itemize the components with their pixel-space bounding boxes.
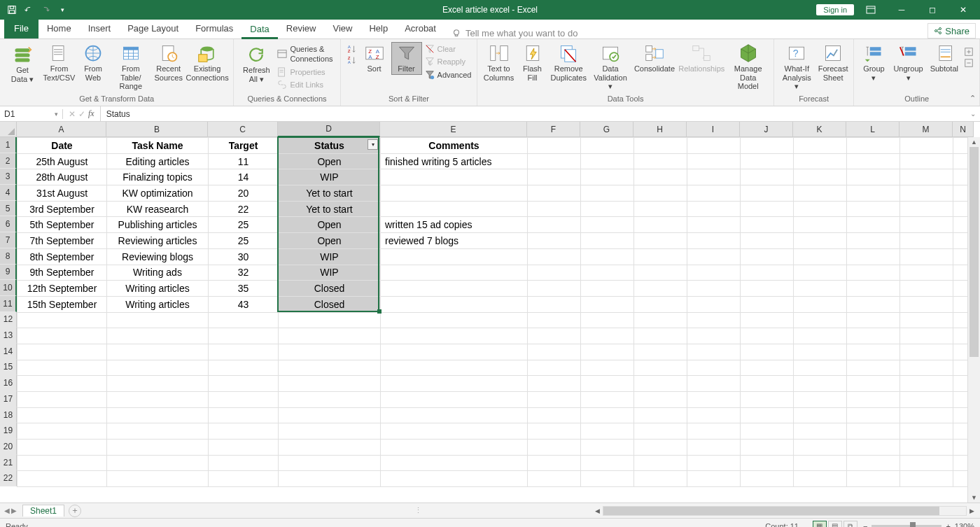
cell-G12[interactable] bbox=[581, 312, 634, 328]
row-header-11[interactable]: 11 bbox=[0, 296, 17, 312]
cell-D9[interactable]: WIP bbox=[279, 265, 381, 281]
cell-H18[interactable] bbox=[634, 407, 687, 423]
cell-D7[interactable]: Open bbox=[279, 233, 381, 249]
cell-K13[interactable] bbox=[794, 328, 847, 344]
cell-B11[interactable]: Writing articles bbox=[107, 296, 209, 312]
cell-K20[interactable] bbox=[794, 440, 847, 456]
cell-L11[interactable] bbox=[847, 296, 900, 312]
cell-C9[interactable]: 32 bbox=[209, 265, 279, 281]
cell-E2[interactable]: finished writing 5 articles bbox=[381, 153, 528, 169]
cell-J15[interactable] bbox=[741, 360, 794, 376]
tab-formulas[interactable]: Formulas bbox=[187, 19, 241, 38]
cell-F21[interactable] bbox=[528, 455, 581, 471]
cell-J13[interactable] bbox=[741, 328, 794, 344]
cell-G17[interactable] bbox=[581, 392, 634, 408]
cell-M4[interactable] bbox=[900, 185, 953, 202]
cell-C17[interactable] bbox=[209, 392, 279, 408]
row-header-1[interactable]: 1 bbox=[0, 137, 17, 153]
horizontal-scroll-thumb[interactable] bbox=[603, 507, 939, 515]
close-icon[interactable]: ✕ bbox=[949, 0, 977, 20]
cell-I18[interactable] bbox=[687, 407, 741, 423]
new-sheet-button[interactable]: ＋ bbox=[69, 505, 81, 517]
cell-H21[interactable] bbox=[634, 455, 687, 471]
row-header-13[interactable]: 13 bbox=[0, 328, 17, 344]
cell-I20[interactable] bbox=[687, 440, 741, 456]
cell-H10[interactable] bbox=[634, 281, 687, 297]
cell-H1[interactable] bbox=[634, 138, 687, 154]
column-header-D[interactable]: D bbox=[278, 122, 380, 137]
cell-J22[interactable] bbox=[741, 471, 794, 487]
cell-F12[interactable] bbox=[528, 312, 581, 328]
refresh-all-button[interactable]: Refresh All ▾ bbox=[238, 42, 274, 85]
zoom-slider-knob[interactable] bbox=[910, 522, 916, 528]
sort-desc-button[interactable]: ZA bbox=[345, 55, 358, 66]
row-header-17[interactable]: 17 bbox=[0, 391, 17, 407]
cell-I22[interactable] bbox=[687, 471, 741, 487]
ribbon-display-icon[interactable] bbox=[857, 0, 885, 20]
cell-B12[interactable] bbox=[107, 312, 209, 328]
cell-B10[interactable]: Writing articles bbox=[107, 281, 209, 297]
cell-K8[interactable] bbox=[794, 248, 847, 265]
cell-E3[interactable] bbox=[381, 169, 528, 185]
cell-G6[interactable] bbox=[581, 217, 634, 233]
cell-G1[interactable] bbox=[581, 138, 634, 154]
cell-M15[interactable] bbox=[900, 360, 953, 376]
cell-B16[interactable] bbox=[107, 376, 209, 392]
cell-C6[interactable]: 25 bbox=[209, 217, 279, 233]
cell-K14[interactable] bbox=[794, 344, 847, 360]
cell-D21[interactable] bbox=[279, 455, 381, 471]
consolidate-button[interactable]: Consolidate bbox=[633, 42, 676, 75]
tab-insert[interactable]: Insert bbox=[80, 19, 120, 38]
filter-button[interactable]: Filter bbox=[391, 42, 422, 75]
ungroup-button[interactable]: Ungroup ▾ bbox=[890, 42, 925, 83]
cell-B20[interactable] bbox=[107, 440, 209, 456]
cell-A2[interactable]: 25th August bbox=[18, 153, 107, 169]
cell-M14[interactable] bbox=[900, 344, 953, 360]
cell-A19[interactable] bbox=[18, 423, 107, 440]
cell-E15[interactable] bbox=[381, 360, 528, 376]
cell-F8[interactable] bbox=[528, 248, 581, 265]
cell-A11[interactable]: 15th September bbox=[18, 296, 107, 312]
cell-F5[interactable] bbox=[528, 201, 581, 217]
cell-C15[interactable] bbox=[209, 360, 279, 376]
cell-A10[interactable]: 12th September bbox=[18, 281, 107, 297]
cell-L4[interactable] bbox=[847, 185, 900, 202]
cell-M9[interactable] bbox=[900, 265, 953, 281]
cell-H20[interactable] bbox=[634, 440, 687, 456]
manage-data-model-button[interactable]: Manage Data Model bbox=[727, 42, 769, 92]
tell-me-search[interactable]: Tell me what you want to do bbox=[451, 28, 578, 38]
zoom-control[interactable]: − + 130% bbox=[863, 522, 974, 528]
row-header-16[interactable]: 16 bbox=[0, 375, 17, 391]
cell-L21[interactable] bbox=[847, 455, 900, 471]
cell-K17[interactable] bbox=[794, 392, 847, 408]
cell-C20[interactable] bbox=[209, 440, 279, 456]
cell-M12[interactable] bbox=[900, 312, 953, 328]
row-header-5[interactable]: 5 bbox=[0, 201, 17, 217]
cell-E17[interactable] bbox=[381, 392, 528, 408]
get-data-button[interactable]: Get Data ▾ bbox=[4, 42, 41, 85]
cell-E4[interactable] bbox=[381, 185, 528, 202]
sort-asc-button[interactable]: AZ bbox=[345, 43, 358, 55]
cell-F16[interactable] bbox=[528, 376, 581, 392]
cell-D2[interactable]: Open bbox=[279, 153, 381, 169]
cell-J5[interactable] bbox=[741, 201, 794, 217]
sheet-tab[interactable]: Sheet1 bbox=[22, 505, 64, 517]
cell-K1[interactable] bbox=[794, 138, 847, 154]
subtotal-button[interactable]: Subtotal bbox=[927, 42, 961, 75]
cell-F13[interactable] bbox=[528, 328, 581, 344]
cell-B9[interactable]: Writing ads bbox=[107, 265, 209, 281]
save-icon[interactable] bbox=[4, 2, 20, 17]
show-detail-button[interactable] bbox=[962, 46, 975, 57]
cell-D3[interactable]: WIP bbox=[279, 169, 381, 185]
cell-K5[interactable] bbox=[794, 201, 847, 217]
cell-B14[interactable] bbox=[107, 344, 209, 360]
cell-M2[interactable] bbox=[900, 153, 953, 169]
cell-J7[interactable] bbox=[741, 233, 794, 249]
cell-C12[interactable] bbox=[209, 312, 279, 328]
cell-B21[interactable] bbox=[107, 455, 209, 471]
cell-H22[interactable] bbox=[634, 471, 687, 487]
cell-B19[interactable] bbox=[107, 423, 209, 440]
cell-H4[interactable] bbox=[634, 185, 687, 202]
cell-M1[interactable] bbox=[900, 138, 953, 154]
scroll-right-icon[interactable]: ▶ bbox=[967, 507, 977, 514]
